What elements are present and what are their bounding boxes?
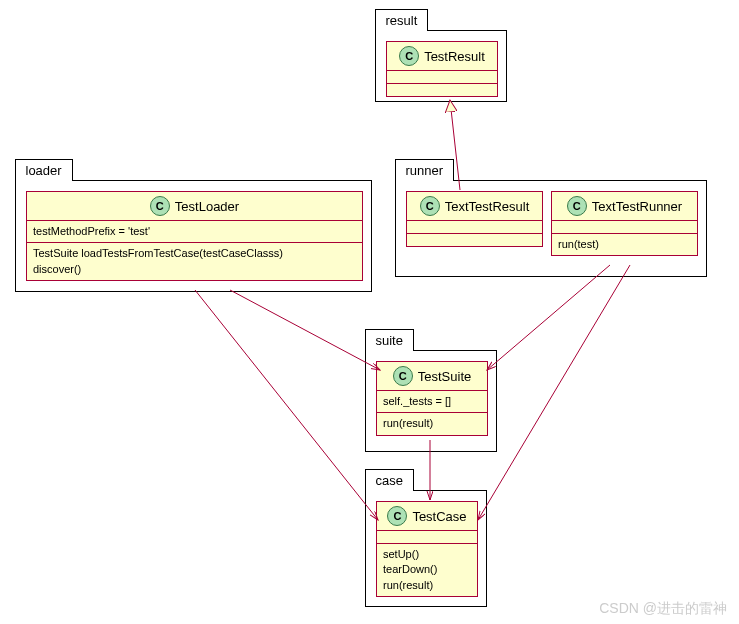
class-methods: TestSuite loadTestsFromTestCase(testCase… <box>27 242 362 280</box>
class-TestLoader: C TestLoader testMethodPrefix = 'test' T… <box>26 191 363 281</box>
class-TestResult: C TestResult <box>386 41 498 97</box>
class-name-TestResult: TestResult <box>424 49 485 64</box>
class-icon: C <box>387 506 407 526</box>
class-attrs: testMethodPrefix = 'test' <box>27 220 362 242</box>
package-case: case C TestCase setUp() tearDown() run(r… <box>365 490 487 607</box>
class-icon: C <box>420 196 440 216</box>
class-methods: run(test) <box>552 233 697 255</box>
class-TestCase: C TestCase setUp() tearDown() run(result… <box>376 501 478 597</box>
class-name-TextTestResult: TextTestResult <box>445 199 530 214</box>
svg-line-4 <box>478 265 630 520</box>
package-result-label: result <box>375 9 429 31</box>
package-suite-label: suite <box>365 329 414 351</box>
class-name-TextTestRunner: TextTestRunner <box>592 199 682 214</box>
package-suite: suite C TestSuite self._tests = [] run(r… <box>365 350 497 452</box>
watermark: CSDN @进击的雷神 <box>599 600 727 618</box>
class-name-TestLoader: TestLoader <box>175 199 239 214</box>
class-TextTestResult: C TextTestResult <box>406 191 543 247</box>
package-runner-label: runner <box>395 159 455 181</box>
class-icon: C <box>567 196 587 216</box>
class-icon: C <box>150 196 170 216</box>
svg-line-1 <box>230 290 380 370</box>
package-loader: loader C TestLoader testMethodPrefix = '… <box>15 180 372 292</box>
package-loader-label: loader <box>15 159 73 181</box>
class-methods: run(result) <box>377 412 487 434</box>
class-name-TestSuite: TestSuite <box>418 369 471 384</box>
package-result: result C TestResult <box>375 30 507 102</box>
class-icon: C <box>393 366 413 386</box>
svg-line-3 <box>487 265 610 370</box>
package-runner: runner C TextTestResult C TextTestRunner… <box>395 180 707 277</box>
class-methods: setUp() tearDown() run(result) <box>377 543 477 596</box>
class-icon: C <box>399 46 419 66</box>
package-case-label: case <box>365 469 414 491</box>
class-TestSuite: C TestSuite self._tests = [] run(result) <box>376 361 488 436</box>
class-name-TestCase: TestCase <box>412 509 466 524</box>
class-attrs: self._tests = [] <box>377 390 487 412</box>
class-TextTestRunner: C TextTestRunner run(test) <box>551 191 698 256</box>
svg-line-2 <box>195 290 378 520</box>
